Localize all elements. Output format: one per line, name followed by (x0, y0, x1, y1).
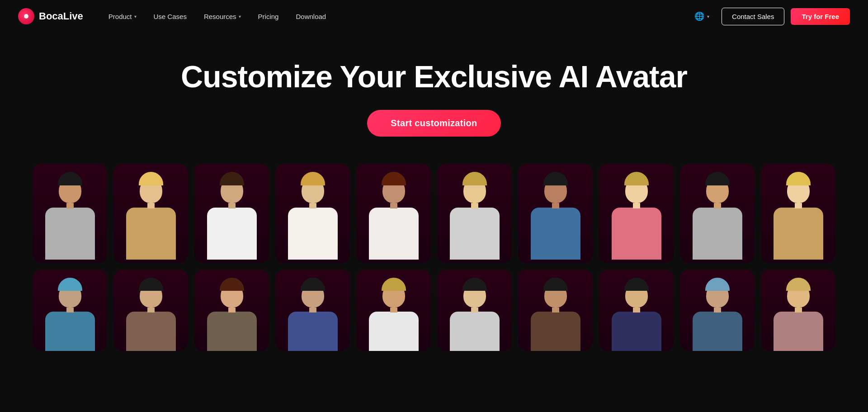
avatar-card[interactable] (113, 270, 188, 351)
hero-section: Customize Your Exclusive AI Avatar Start… (0, 33, 868, 150)
chevron-down-icon: ▾ (239, 14, 241, 19)
globe-icon: 🌐 (694, 11, 704, 21)
avatar-card[interactable] (275, 270, 350, 351)
avatar-card[interactable] (194, 270, 269, 351)
language-selector[interactable]: 🌐 ▾ (689, 7, 715, 25)
logo-text: BocaLive (39, 10, 83, 22)
avatar-row-2 (0, 270, 868, 357)
try-for-free-button[interactable]: Try for Free (791, 8, 850, 25)
avatar-card[interactable] (194, 164, 269, 263)
hero-headline: Customize Your Exclusive AI Avatar (181, 60, 687, 94)
avatar-card[interactable] (761, 164, 835, 263)
avatar-card[interactable] (599, 164, 674, 263)
avatar-gallery (0, 150, 868, 357)
avatar-card[interactable] (680, 164, 755, 263)
logo-link[interactable]: BocaLive (18, 8, 83, 24)
chevron-down-icon: ▾ (707, 14, 709, 19)
nav-item-product[interactable]: Product ▾ (101, 9, 144, 24)
chevron-down-icon: ▾ (134, 14, 137, 19)
nav-right: 🌐 ▾ Contact Sales Try for Free (689, 7, 850, 25)
nav-item-resources[interactable]: Resources ▾ (197, 9, 248, 24)
avatar-card[interactable] (113, 164, 188, 263)
avatar-card[interactable] (599, 270, 674, 351)
avatar-card[interactable] (275, 164, 350, 263)
avatar-card[interactable] (518, 270, 593, 351)
avatar-card[interactable] (437, 164, 512, 263)
avatar-card[interactable] (33, 270, 107, 351)
avatar-card[interactable] (437, 270, 512, 351)
avatar-card[interactable] (518, 164, 593, 263)
avatar-card[interactable] (356, 164, 431, 263)
nav-item-pricing[interactable]: Pricing (251, 9, 286, 24)
avatar-card[interactable] (761, 270, 835, 351)
avatar-card[interactable] (33, 164, 107, 263)
avatar-card[interactable] (680, 270, 755, 351)
avatar-row-1 (0, 164, 868, 270)
logo-icon (18, 8, 34, 24)
nav-item-download[interactable]: Download (288, 9, 333, 24)
navbar: BocaLive Product ▾ Use Cases Resources ▾… (0, 0, 868, 33)
nav-item-usecases[interactable]: Use Cases (146, 9, 194, 24)
contact-sales-button[interactable]: Contact Sales (722, 8, 784, 25)
start-customization-button[interactable]: Start customization (367, 110, 500, 137)
avatar-card[interactable] (356, 270, 431, 351)
nav-links: Product ▾ Use Cases Resources ▾ Pricing … (101, 9, 689, 24)
